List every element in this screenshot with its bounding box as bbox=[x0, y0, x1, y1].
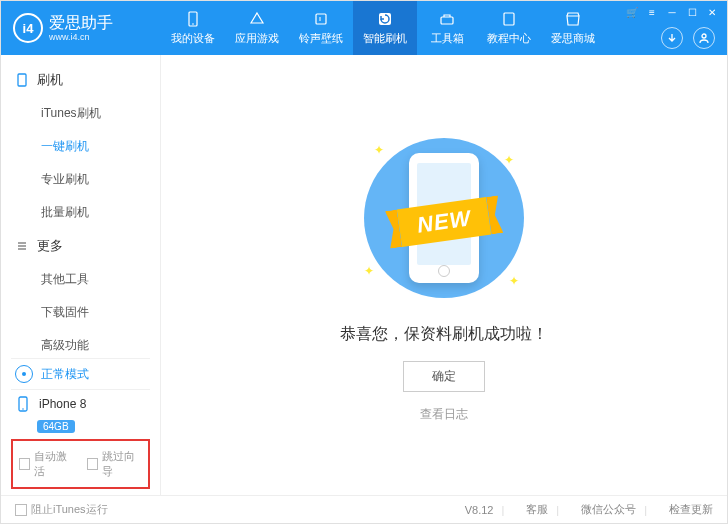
confirm-button[interactable]: 确定 bbox=[403, 361, 485, 392]
sidebar: 刷机 iTunes刷机 一键刷机 专业刷机 批量刷机 更多 其他工具 下载固件 … bbox=[1, 55, 161, 495]
nav-label: 智能刷机 bbox=[363, 31, 407, 46]
mode-icon bbox=[15, 365, 33, 383]
menu-icon[interactable]: ≡ bbox=[645, 5, 659, 19]
minimize-button[interactable]: ─ bbox=[665, 5, 679, 19]
success-message: 恭喜您，保资料刷机成功啦！ bbox=[340, 324, 548, 345]
nav-store[interactable]: 爱思商城 bbox=[541, 1, 605, 55]
svg-point-8 bbox=[22, 372, 26, 376]
view-log-link[interactable]: 查看日志 bbox=[420, 406, 468, 423]
toolbox-icon bbox=[438, 10, 456, 28]
checkbox-block-itunes[interactable]: 阻止iTunes运行 bbox=[15, 502, 108, 517]
cart-icon[interactable]: 🛒 bbox=[625, 5, 639, 19]
phone-icon bbox=[15, 73, 29, 87]
checkbox-label: 阻止iTunes运行 bbox=[31, 502, 108, 517]
store-icon bbox=[564, 10, 582, 28]
sidebar-section-more[interactable]: 更多 bbox=[1, 229, 160, 263]
logo-text: 爱思助手 www.i4.cn bbox=[49, 13, 113, 43]
version-label: V8.12 bbox=[465, 504, 494, 516]
sidebar-section-flash[interactable]: 刷机 bbox=[1, 63, 160, 97]
nav-label: 爱思商城 bbox=[551, 31, 595, 46]
nav-label: 应用游戏 bbox=[235, 31, 279, 46]
device-name: iPhone 8 bbox=[39, 397, 86, 411]
book-icon bbox=[500, 10, 518, 28]
sidebar-item-advanced[interactable]: 高级功能 bbox=[1, 329, 160, 352]
download-button[interactable] bbox=[661, 27, 683, 49]
app-subtitle: www.i4.cn bbox=[49, 32, 113, 43]
logo-icon: i4 bbox=[13, 13, 43, 43]
device-icon bbox=[184, 10, 202, 28]
nav-label: 工具箱 bbox=[431, 31, 464, 46]
nav-label: 教程中心 bbox=[487, 31, 531, 46]
music-icon bbox=[312, 10, 330, 28]
main-content: ✦ ✦ ✦ ✦ NEW 恭喜您，保资料刷机成功啦！ 确定 查看日志 bbox=[161, 55, 727, 495]
nav-my-device[interactable]: 我的设备 bbox=[161, 1, 225, 55]
close-button[interactable]: ✕ bbox=[705, 5, 719, 19]
footer-link-wechat[interactable]: 微信公众号 bbox=[581, 502, 636, 517]
sidebar-item-pro-flash[interactable]: 专业刷机 bbox=[1, 163, 160, 196]
checkbox-auto-activate[interactable]: 自动激活 bbox=[19, 449, 75, 479]
options-highlight-box: 自动激活 跳过向导 bbox=[11, 439, 150, 489]
header-right-actions bbox=[661, 27, 715, 49]
apps-icon bbox=[248, 10, 266, 28]
mode-text: 正常模式 bbox=[41, 366, 89, 383]
svg-rect-5 bbox=[504, 13, 514, 25]
device-mode-row[interactable]: 正常模式 bbox=[11, 358, 150, 389]
list-icon bbox=[15, 239, 29, 253]
checkbox-icon bbox=[19, 458, 30, 470]
section-title: 更多 bbox=[37, 237, 63, 255]
section-title: 刷机 bbox=[37, 71, 63, 89]
footer-link-update[interactable]: 检查更新 bbox=[669, 502, 713, 517]
window-controls: 🛒 ≡ ─ ☐ ✕ bbox=[625, 5, 719, 19]
maximize-button[interactable]: ☐ bbox=[685, 5, 699, 19]
nav-apps[interactable]: 应用游戏 bbox=[225, 1, 289, 55]
sidebar-item-batch-flash[interactable]: 批量刷机 bbox=[1, 196, 160, 229]
svg-rect-4 bbox=[441, 17, 453, 24]
checkbox-icon bbox=[15, 504, 27, 516]
svg-rect-7 bbox=[18, 74, 26, 86]
checkbox-label: 跳过向导 bbox=[102, 449, 142, 479]
checkbox-skip-guide[interactable]: 跳过向导 bbox=[87, 449, 143, 479]
svg-point-1 bbox=[192, 23, 194, 25]
sidebar-item-download-firmware[interactable]: 下载固件 bbox=[1, 296, 160, 329]
sidebar-item-other-tools[interactable]: 其他工具 bbox=[1, 263, 160, 296]
sidebar-item-oneclick-flash[interactable]: 一键刷机 bbox=[1, 130, 160, 163]
footer: 阻止iTunes运行 V8.12 | 客服 | 微信公众号 | 检查更新 bbox=[1, 495, 727, 523]
nav-label: 铃声壁纸 bbox=[299, 31, 343, 46]
nav-label: 我的设备 bbox=[171, 31, 215, 46]
device-row[interactable]: iPhone 8 bbox=[11, 389, 150, 418]
nav-flash[interactable]: 智能刷机 bbox=[353, 1, 417, 55]
nav-toolbox[interactable]: 工具箱 bbox=[417, 1, 477, 55]
checkbox-label: 自动激活 bbox=[34, 449, 74, 479]
sidebar-item-itunes-flash[interactable]: iTunes刷机 bbox=[1, 97, 160, 130]
header: i4 爱思助手 www.i4.cn 我的设备 应用游戏 铃声壁纸 智能刷机 bbox=[1, 1, 727, 55]
refresh-icon bbox=[376, 10, 394, 28]
svg-point-10 bbox=[22, 408, 24, 410]
device-icon bbox=[15, 396, 31, 412]
success-illustration: ✦ ✦ ✦ ✦ NEW bbox=[344, 128, 544, 308]
nav-ringtones[interactable]: 铃声壁纸 bbox=[289, 1, 353, 55]
checkbox-icon bbox=[87, 458, 98, 470]
user-button[interactable] bbox=[693, 27, 715, 49]
storage-badge: 64GB bbox=[37, 420, 75, 433]
nav-tutorials[interactable]: 教程中心 bbox=[477, 1, 541, 55]
footer-link-support[interactable]: 客服 bbox=[526, 502, 548, 517]
svg-rect-2 bbox=[316, 14, 326, 24]
svg-point-6 bbox=[702, 34, 706, 38]
logo-area: i4 爱思助手 www.i4.cn bbox=[1, 1, 161, 55]
app-title: 爱思助手 bbox=[49, 13, 113, 32]
